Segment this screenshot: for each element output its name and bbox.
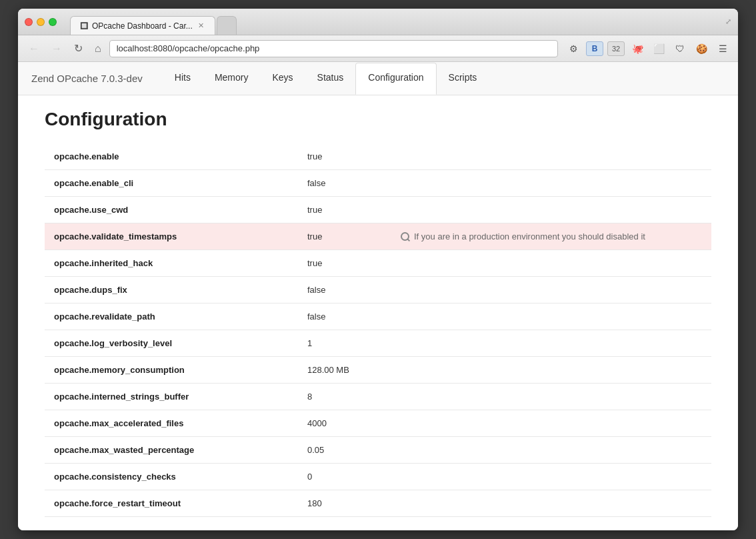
config-value-8: 128.00 MB xyxy=(298,357,391,383)
config-row-force-restart: opcache.force_restart_timeout 180 xyxy=(45,490,711,517)
extension-shield-icon[interactable]: 🛡 xyxy=(671,41,689,56)
config-note-4 xyxy=(391,255,711,272)
browser-extensions: ⚙ B 32 🐙 ⬜ 🛡 🍪 ☰ xyxy=(565,41,731,56)
main-content: Configuration opcache.enable true opcach… xyxy=(18,95,738,530)
config-row-use-cwd: opcache.use_cwd true xyxy=(45,197,711,223)
app-nav: Hits Memory Keys Status Configuration Sc… xyxy=(163,63,489,94)
tab-close-button[interactable]: ✕ xyxy=(197,21,205,30)
active-tab[interactable]: 🔲 OPcache Dashboard - Car... ✕ xyxy=(70,16,215,35)
config-note-10 xyxy=(391,416,711,432)
app-content: Zend OPcache 7.0.3-dev Hits Memory Keys … xyxy=(18,62,738,530)
nav-bar: ← → ↻ ⌂ ⚙ B 32 🐙 ⬜ 🛡 🍪 ☰ xyxy=(18,35,738,62)
menu-icon[interactable]: ☰ xyxy=(714,41,731,56)
config-value-1: false xyxy=(298,170,391,196)
config-note-2 xyxy=(391,202,711,218)
config-row-enable: opcache.enable true xyxy=(45,143,711,170)
config-note-8 xyxy=(391,362,711,378)
config-value-13: 180 xyxy=(298,490,391,516)
nav-hits[interactable]: Hits xyxy=(163,63,203,94)
config-value-7: 1 xyxy=(298,330,391,356)
config-note-5 xyxy=(391,282,711,298)
config-key-9: opcache.interned_strings_buffer xyxy=(45,384,298,410)
page-title: Configuration xyxy=(45,109,711,130)
close-button[interactable] xyxy=(25,18,33,26)
extension-32-icon[interactable]: 32 xyxy=(607,41,625,56)
config-value-6: false xyxy=(298,304,391,330)
config-note-0 xyxy=(391,149,711,165)
tab-favicon: 🔲 xyxy=(80,22,88,29)
config-value-11: 0.05 xyxy=(298,437,391,463)
config-key-1: opcache.enable_cli xyxy=(45,170,298,196)
config-key-3: opcache.validate_timestamps xyxy=(45,223,298,249)
config-value-0: true xyxy=(298,143,391,169)
window-resize-icon: ⤢ xyxy=(725,17,731,26)
config-value-2: true xyxy=(298,197,391,223)
config-row-dups-fix: opcache.dups_fix false xyxy=(45,277,711,304)
config-key-2: opcache.use_cwd xyxy=(45,197,298,223)
settings-icon[interactable]: ⚙ xyxy=(565,41,582,56)
config-note-12 xyxy=(391,469,711,485)
blank-tab[interactable] xyxy=(217,16,237,35)
config-row-enable-cli: opcache.enable_cli false xyxy=(45,170,711,197)
config-note-1 xyxy=(391,175,711,191)
nav-keys[interactable]: Keys xyxy=(260,63,305,94)
config-key-6: opcache.revalidate_path xyxy=(45,304,298,330)
config-value-4: true xyxy=(298,250,391,276)
config-key-10: opcache.max_accelerated_files xyxy=(45,410,298,436)
reload-button[interactable]: ↻ xyxy=(70,39,87,57)
browser-window: 🔲 OPcache Dashboard - Car... ✕ ⤢ ← → ↻ ⌂… xyxy=(18,9,738,530)
traffic-lights xyxy=(25,18,57,26)
config-key-13: opcache.force_restart_timeout xyxy=(45,490,298,516)
config-value-12: 0 xyxy=(298,464,391,490)
config-key-5: opcache.dups_fix xyxy=(45,277,298,303)
address-bar[interactable] xyxy=(109,40,558,57)
app-header: Zend OPcache 7.0.3-dev Hits Memory Keys … xyxy=(18,62,738,95)
extension-cookie-icon[interactable]: 🍪 xyxy=(693,41,710,56)
config-key-8: opcache.memory_consumption xyxy=(45,357,298,383)
nav-configuration[interactable]: Configuration xyxy=(355,63,436,95)
search-icon xyxy=(401,232,410,241)
config-row-interned-strings: opcache.interned_strings_buffer 8 xyxy=(45,384,711,410)
config-row-max-accelerated: opcache.max_accelerated_files 4000 xyxy=(45,410,711,437)
back-button[interactable]: ← xyxy=(25,40,43,57)
config-row-validate-timestamps: opcache.validate_timestamps true If you … xyxy=(45,223,711,250)
extension-b-icon[interactable]: B xyxy=(586,41,603,56)
tab-bar: 🔲 OPcache Dashboard - Car... ✕ xyxy=(70,9,725,35)
config-key-12: opcache.consistency_checks xyxy=(45,464,298,490)
config-note-11 xyxy=(391,442,711,458)
config-note-7 xyxy=(391,336,711,352)
maximize-button[interactable] xyxy=(49,18,57,26)
title-bar: 🔲 OPcache Dashboard - Car... ✕ ⤢ xyxy=(18,9,738,35)
minimize-button[interactable] xyxy=(37,18,45,26)
nav-scripts[interactable]: Scripts xyxy=(437,63,489,94)
forward-button[interactable]: → xyxy=(47,40,66,57)
config-value-3: true xyxy=(298,223,391,249)
config-row-max-wasted: opcache.max_wasted_percentage 0.05 xyxy=(45,437,711,464)
config-table: opcache.enable true opcache.enable_cli f… xyxy=(45,143,711,517)
extension-github-icon[interactable]: 🐙 xyxy=(629,41,646,56)
config-key-7: opcache.log_verbosity_level xyxy=(45,330,298,356)
nav-status[interactable]: Status xyxy=(305,63,356,94)
config-value-10: 4000 xyxy=(298,410,391,436)
config-row-consistency-checks: opcache.consistency_checks 0 xyxy=(45,464,711,490)
config-note-3: If you are in a production environment y… xyxy=(391,223,711,249)
config-note-text-3: If you are in a production environment y… xyxy=(414,231,645,241)
config-key-11: opcache.max_wasted_percentage xyxy=(45,437,298,463)
extension-screen-icon[interactable]: ⬜ xyxy=(650,41,667,56)
config-key-4: opcache.inherited_hack xyxy=(45,250,298,276)
config-key-0: opcache.enable xyxy=(45,143,298,169)
tab-title: OPcache Dashboard - Car... xyxy=(92,21,193,31)
config-value-5: false xyxy=(298,277,391,303)
config-row-inherited-hack: opcache.inherited_hack true xyxy=(45,250,711,277)
config-value-9: 8 xyxy=(298,384,391,410)
app-title: Zend OPcache 7.0.3-dev xyxy=(31,62,143,95)
config-row-memory-consumption: opcache.memory_consumption 128.00 MB xyxy=(45,357,711,384)
config-note-6 xyxy=(391,309,711,325)
nav-memory[interactable]: Memory xyxy=(203,63,261,94)
config-row-revalidate-path: opcache.revalidate_path false xyxy=(45,304,711,330)
config-note-13 xyxy=(391,496,711,512)
home-button[interactable]: ⌂ xyxy=(91,40,105,57)
config-note-9 xyxy=(391,389,711,405)
config-row-log-verbosity: opcache.log_verbosity_level 1 xyxy=(45,330,711,357)
